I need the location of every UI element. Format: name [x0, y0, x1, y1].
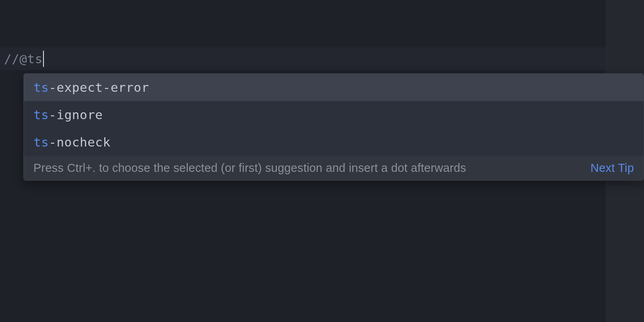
- active-code-line[interactable]: //@ts: [0, 47, 606, 70]
- editor-area[interactable]: //@ts ts-expect-error ts-ignore ts-noche…: [0, 0, 644, 322]
- hint-text: Press Ctrl+. to choose the selected (or …: [33, 161, 466, 175]
- completion-match-text: ts: [33, 135, 49, 149]
- completion-rest-text: -ignore: [49, 107, 103, 122]
- autocomplete-popup: ts-expect-error ts-ignore ts-nocheck Pre…: [23, 73, 644, 181]
- code-text: //@ts: [4, 52, 43, 66]
- completion-rest-text: -expect-error: [49, 80, 149, 95]
- next-tip-link[interactable]: Next Tip: [590, 161, 634, 175]
- completion-match-text: ts: [33, 80, 49, 95]
- completion-hint-bar: Press Ctrl+. to choose the selected (or …: [24, 156, 644, 180]
- completion-item-ts-expect-error[interactable]: ts-expect-error: [24, 74, 644, 101]
- completion-list: ts-expect-error ts-ignore ts-nocheck: [24, 74, 644, 156]
- completion-item-ts-ignore[interactable]: ts-ignore: [24, 101, 644, 128]
- completion-item-ts-nocheck[interactable]: ts-nocheck: [24, 128, 644, 156]
- completion-match-text: ts: [33, 107, 49, 122]
- text-cursor: [43, 51, 44, 67]
- completion-rest-text: -nocheck: [49, 135, 110, 149]
